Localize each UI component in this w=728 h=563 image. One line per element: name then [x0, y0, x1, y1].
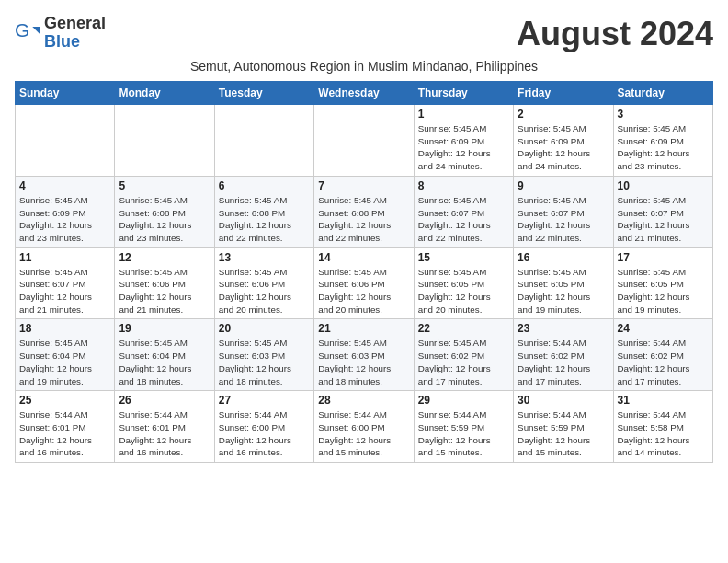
- calendar-subtitle: Semut, Autonomous Region in Muslim Minda…: [15, 59, 713, 74]
- day-info: Sunrise: 5:45 AM Sunset: 6:07 PM Dayligh…: [518, 194, 609, 245]
- calendar-cell: 24Sunrise: 5:44 AM Sunset: 6:02 PM Dayli…: [613, 319, 712, 391]
- day-number: 10: [618, 179, 709, 192]
- day-number: 30: [518, 394, 609, 407]
- calendar-cell: 9Sunrise: 5:45 AM Sunset: 6:07 PM Daylig…: [514, 176, 613, 247]
- day-number: 8: [418, 179, 509, 192]
- day-info: Sunrise: 5:45 AM Sunset: 6:05 PM Dayligh…: [518, 266, 609, 316]
- calendar-cell: 18Sunrise: 5:45 AM Sunset: 6:04 PM Dayli…: [16, 319, 115, 391]
- day-info: Sunrise: 5:44 AM Sunset: 6:02 PM Dayligh…: [518, 337, 609, 387]
- day-number: 20: [219, 322, 310, 335]
- calendar-week-4: 18Sunrise: 5:45 AM Sunset: 6:04 PM Dayli…: [16, 319, 713, 391]
- calendar-cell: 8Sunrise: 5:45 AM Sunset: 6:07 PM Daylig…: [414, 176, 513, 247]
- col-header-friday: Friday: [514, 82, 613, 105]
- col-header-saturday: Saturday: [613, 82, 712, 105]
- calendar-cell: 22Sunrise: 5:45 AM Sunset: 6:02 PM Dayli…: [414, 319, 513, 391]
- day-number: 24: [618, 322, 709, 335]
- calendar-cell: 11Sunrise: 5:45 AM Sunset: 6:07 PM Dayli…: [16, 247, 115, 319]
- day-info: Sunrise: 5:44 AM Sunset: 5:59 PM Dayligh…: [518, 408, 609, 459]
- day-number: 27: [219, 394, 310, 407]
- day-info: Sunrise: 5:44 AM Sunset: 5:59 PM Dayligh…: [418, 408, 509, 459]
- day-info: Sunrise: 5:45 AM Sunset: 6:09 PM Dayligh…: [618, 122, 709, 173]
- calendar-week-3: 11Sunrise: 5:45 AM Sunset: 6:07 PM Dayli…: [16, 247, 713, 319]
- col-header-wednesday: Wednesday: [314, 82, 414, 105]
- day-info: Sunrise: 5:45 AM Sunset: 6:05 PM Dayligh…: [418, 266, 509, 316]
- calendar-cell: [115, 105, 214, 177]
- day-number: 19: [119, 322, 210, 335]
- day-info: Sunrise: 5:45 AM Sunset: 6:06 PM Dayligh…: [318, 266, 409, 316]
- day-info: Sunrise: 5:44 AM Sunset: 6:02 PM Dayligh…: [618, 337, 709, 387]
- calendar-week-5: 25Sunrise: 5:44 AM Sunset: 6:01 PM Dayli…: [16, 391, 713, 463]
- calendar-cell: 25Sunrise: 5:44 AM Sunset: 6:01 PM Dayli…: [16, 391, 115, 463]
- calendar-cell: 20Sunrise: 5:45 AM Sunset: 6:03 PM Dayli…: [214, 319, 313, 391]
- logo-general: General: [44, 14, 106, 32]
- calendar-cell: 6Sunrise: 5:45 AM Sunset: 6:08 PM Daylig…: [214, 176, 313, 247]
- calendar-cell: 15Sunrise: 5:45 AM Sunset: 6:05 PM Dayli…: [414, 247, 513, 319]
- logo-text-line2: Blue: [44, 33, 106, 52]
- calendar-cell: 23Sunrise: 5:44 AM Sunset: 6:02 PM Dayli…: [514, 319, 613, 391]
- svg-marker-1: [32, 27, 40, 35]
- day-number: 11: [19, 251, 110, 264]
- day-info: Sunrise: 5:45 AM Sunset: 6:03 PM Dayligh…: [219, 337, 310, 387]
- day-info: Sunrise: 5:45 AM Sunset: 6:08 PM Dayligh…: [119, 194, 210, 245]
- calendar-cell: 4Sunrise: 5:45 AM Sunset: 6:09 PM Daylig…: [16, 176, 115, 247]
- page-header: G General Blue August 2024: [15, 15, 713, 53]
- day-info: Sunrise: 5:45 AM Sunset: 6:04 PM Dayligh…: [19, 337, 110, 387]
- calendar-week-2: 4Sunrise: 5:45 AM Sunset: 6:09 PM Daylig…: [16, 176, 713, 247]
- calendar-cell: 30Sunrise: 5:44 AM Sunset: 5:59 PM Dayli…: [514, 391, 613, 463]
- calendar-cell: 7Sunrise: 5:45 AM Sunset: 6:08 PM Daylig…: [314, 176, 414, 247]
- day-info: Sunrise: 5:44 AM Sunset: 6:00 PM Dayligh…: [318, 408, 409, 459]
- calendar-header-row: SundayMondayTuesdayWednesdayThursdayFrid…: [16, 82, 713, 105]
- day-info: Sunrise: 5:45 AM Sunset: 6:07 PM Dayligh…: [618, 194, 709, 245]
- calendar-cell: 5Sunrise: 5:45 AM Sunset: 6:08 PM Daylig…: [115, 176, 214, 247]
- calendar-cell: [314, 105, 414, 177]
- day-info: Sunrise: 5:45 AM Sunset: 6:05 PM Dayligh…: [618, 266, 709, 316]
- month-title: August 2024: [517, 15, 713, 53]
- day-number: 23: [518, 322, 609, 335]
- day-number: 3: [618, 108, 709, 121]
- day-info: Sunrise: 5:44 AM Sunset: 6:01 PM Dayligh…: [119, 408, 210, 459]
- calendar-cell: 31Sunrise: 5:44 AM Sunset: 5:58 PM Dayli…: [613, 391, 712, 463]
- col-header-monday: Monday: [115, 82, 214, 105]
- calendar-cell: 1Sunrise: 5:45 AM Sunset: 6:09 PM Daylig…: [414, 105, 513, 177]
- day-info: Sunrise: 5:45 AM Sunset: 6:08 PM Dayligh…: [318, 194, 409, 245]
- day-info: Sunrise: 5:45 AM Sunset: 6:09 PM Dayligh…: [19, 194, 110, 245]
- logo-icon: G: [15, 20, 40, 46]
- calendar-cell: 12Sunrise: 5:45 AM Sunset: 6:06 PM Dayli…: [115, 247, 214, 319]
- day-number: 12: [119, 251, 210, 264]
- calendar-cell: [16, 105, 115, 177]
- day-number: 18: [19, 322, 110, 335]
- day-number: 29: [418, 394, 509, 407]
- day-number: 26: [119, 394, 210, 407]
- day-number: 17: [618, 251, 709, 264]
- day-number: 6: [219, 179, 310, 192]
- calendar-cell: 27Sunrise: 5:44 AM Sunset: 6:00 PM Dayli…: [214, 391, 313, 463]
- col-header-thursday: Thursday: [414, 82, 513, 105]
- logo-text-line1: General: [44, 15, 106, 33]
- calendar-cell: 17Sunrise: 5:45 AM Sunset: 6:05 PM Dayli…: [613, 247, 712, 319]
- day-info: Sunrise: 5:44 AM Sunset: 6:01 PM Dayligh…: [19, 408, 110, 459]
- day-info: Sunrise: 5:45 AM Sunset: 6:03 PM Dayligh…: [318, 337, 409, 387]
- day-info: Sunrise: 5:45 AM Sunset: 6:04 PM Dayligh…: [119, 337, 210, 387]
- day-info: Sunrise: 5:45 AM Sunset: 6:08 PM Dayligh…: [219, 194, 310, 245]
- calendar-cell: 29Sunrise: 5:44 AM Sunset: 5:59 PM Dayli…: [414, 391, 513, 463]
- day-number: 1: [418, 108, 509, 121]
- col-header-tuesday: Tuesday: [214, 82, 313, 105]
- day-info: Sunrise: 5:45 AM Sunset: 6:02 PM Dayligh…: [418, 337, 509, 387]
- calendar-cell: 3Sunrise: 5:45 AM Sunset: 6:09 PM Daylig…: [613, 105, 712, 177]
- calendar-week-1: 1Sunrise: 5:45 AM Sunset: 6:09 PM Daylig…: [16, 105, 713, 177]
- day-info: Sunrise: 5:45 AM Sunset: 6:07 PM Dayligh…: [418, 194, 509, 245]
- day-number: 7: [318, 179, 409, 192]
- day-info: Sunrise: 5:45 AM Sunset: 6:09 PM Dayligh…: [518, 122, 609, 173]
- calendar-table: SundayMondayTuesdayWednesdayThursdayFrid…: [15, 81, 713, 463]
- calendar-cell: 19Sunrise: 5:45 AM Sunset: 6:04 PM Dayli…: [115, 319, 214, 391]
- day-number: 25: [19, 394, 110, 407]
- day-info: Sunrise: 5:44 AM Sunset: 5:58 PM Dayligh…: [618, 408, 709, 459]
- logo-blue-text: Blue: [44, 32, 80, 51]
- day-number: 22: [418, 322, 509, 335]
- day-number: 5: [119, 179, 210, 192]
- calendar-cell: 16Sunrise: 5:45 AM Sunset: 6:05 PM Dayli…: [514, 247, 613, 319]
- day-number: 21: [318, 322, 409, 335]
- calendar-cell: 21Sunrise: 5:45 AM Sunset: 6:03 PM Dayli…: [314, 319, 414, 391]
- calendar-cell: 13Sunrise: 5:45 AM Sunset: 6:06 PM Dayli…: [214, 247, 313, 319]
- day-number: 4: [19, 179, 110, 192]
